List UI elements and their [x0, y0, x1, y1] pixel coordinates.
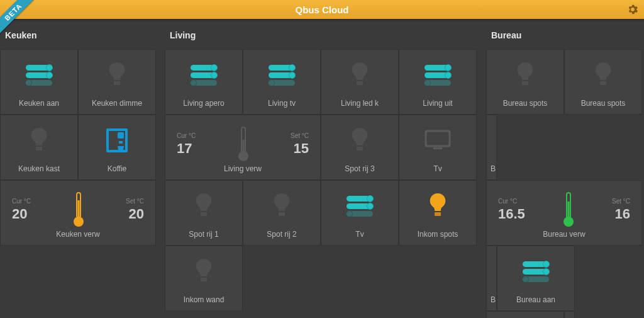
gear-icon[interactable] — [626, 3, 639, 16]
tile-living-apero[interactable]: Living apero — [165, 49, 243, 115]
tile-label: Keuken verw — [1, 230, 155, 239]
tile-bureau-spots-aan[interactable]: Bureau spots aan — [486, 311, 564, 318]
tile-living-led-k[interactable]: Living led k — [321, 49, 399, 115]
tile-label: Tv — [399, 164, 476, 173]
tile-bureau-partial-1[interactable]: B — [486, 115, 497, 180]
switches-icon — [321, 187, 398, 225]
tile-bureau-partial-3[interactable]: Bur — [564, 311, 575, 318]
tile-label: Bureau spots — [487, 99, 564, 108]
tile-label: Spot rij 3 — [321, 164, 398, 173]
svg-point-24 — [564, 217, 574, 227]
tv-icon — [424, 122, 452, 159]
tile-keuken-verw[interactable]: Cur °C 20 Set °C 20 Keuken verw — [0, 180, 156, 246]
tile-inkom-spots[interactable]: Inkom spots — [399, 180, 477, 246]
coffee-machine-icon — [103, 122, 131, 159]
tile-label: Tv — [321, 230, 398, 239]
tile-label: Spot rij 2 — [243, 230, 320, 239]
tile-living-tv[interactable]: Living tv — [243, 49, 321, 115]
switches-icon — [243, 56, 320, 94]
svg-rect-23 — [567, 202, 569, 218]
bulb-icon — [271, 187, 292, 225]
thermo-set: Set °C 16 — [612, 198, 630, 222]
thermo-cur: Cur °C 16.5 — [498, 198, 525, 222]
grid-bureau: Bureau spots Bureau spots B Cur °C 16.5 — [486, 49, 644, 318]
svg-point-8 — [74, 217, 84, 227]
svg-rect-20 — [522, 81, 528, 85]
content: Keuken Keuken aan Keuken dimme — [0, 19, 644, 318]
tile-label: B — [487, 164, 496, 173]
tile-spot-rij-1[interactable]: Spot rij 1 — [165, 180, 243, 246]
bulb-icon — [592, 56, 614, 94]
tile-label: Living led k — [321, 99, 398, 108]
tile-label: Koffie — [79, 164, 155, 173]
tile-bureau-spots-2[interactable]: Bureau spots — [564, 49, 642, 115]
column-keuken: Keuken Keuken aan Keuken dimme — [0, 19, 156, 318]
thermometer-icon — [231, 126, 256, 162]
tile-keuken-aan[interactable]: Keuken aan — [0, 49, 78, 115]
svg-rect-18 — [435, 212, 441, 216]
svg-rect-21 — [600, 81, 606, 85]
tile-living-verw[interactable]: Cur °C 17 Set °C 15 Living verw — [165, 115, 321, 180]
svg-rect-4 — [118, 132, 124, 139]
bulb-icon — [193, 187, 214, 225]
tile-label: Keuken aan — [1, 99, 77, 108]
tile-bureau-verw[interactable]: Cur °C 16.5 Set °C 16 Bureau verw — [486, 180, 642, 246]
thermo-cur: Cur °C 17 — [177, 132, 196, 157]
app-title: Qbus Cloud — [296, 4, 349, 15]
thermo-set: Set °C 15 — [291, 132, 309, 157]
switches-icon — [497, 253, 574, 290]
svg-rect-0 — [114, 81, 120, 85]
thermo-set: Set °C 20 — [126, 198, 144, 222]
tile-tv-monitor[interactable]: Tv — [399, 115, 477, 180]
tile-keuken-dimme[interactable]: Keuken dimme — [78, 49, 156, 115]
tile-spot-rij-2[interactable]: Spot rij 2 — [243, 180, 321, 246]
tile-label: Living uit — [399, 99, 476, 108]
tile-keuken-kast[interactable]: Keuken kast — [0, 115, 78, 180]
svg-rect-9 — [357, 81, 363, 85]
tile-spot-rij-3[interactable]: Spot rij 3 — [321, 115, 399, 180]
app-header: Qbus Cloud — [0, 0, 644, 19]
tile-label: B — [487, 295, 496, 304]
thermo-cur: Cur °C 20 — [12, 198, 31, 222]
column-title-bureau: Bureau — [486, 19, 644, 49]
tile-bureau-aan[interactable]: Bureau aan — [497, 246, 575, 311]
svg-rect-15 — [433, 147, 442, 149]
svg-rect-14 — [426, 131, 450, 146]
svg-rect-5 — [119, 141, 123, 144]
column-bureau: Bureau Bureau spots Bureau spots B Cur °… — [486, 19, 644, 318]
bulb-on-icon — [427, 187, 448, 225]
grid-living: Living apero Living tv Living led k Livi… — [165, 49, 477, 311]
switches-icon — [1, 56, 77, 94]
svg-rect-17 — [279, 212, 285, 216]
switches-icon — [165, 56, 242, 94]
tile-bureau-partial-2[interactable]: B — [486, 246, 497, 311]
switches-icon — [399, 56, 476, 94]
tile-label: Keuken kast — [1, 164, 77, 173]
bulb-icon — [349, 122, 370, 159]
column-title-living: Living — [165, 19, 477, 49]
bulb-icon — [514, 56, 536, 94]
thermometer-icon — [556, 191, 581, 228]
tile-label: Bureau verw — [487, 230, 641, 239]
tile-label: Bureau spots — [565, 99, 641, 108]
column-title-keuken: Keuken — [0, 19, 156, 49]
tile-koffie[interactable]: Koffie — [78, 115, 156, 180]
tile-bureau-spots-1[interactable]: Bureau spots — [486, 49, 564, 115]
svg-rect-13 — [357, 147, 363, 150]
grid-keuken: Keuken aan Keuken dimme Keuken kast Koff… — [0, 49, 156, 246]
bulb-icon — [28, 122, 50, 159]
tile-label: Living apero — [165, 99, 242, 108]
tile-label: Living verw — [165, 164, 320, 173]
tile-label: Keuken dimme — [79, 99, 155, 108]
bulb-icon — [106, 56, 128, 94]
svg-rect-1 — [36, 147, 42, 150]
tile-label: Inkom spots — [399, 230, 476, 239]
tile-living-uit[interactable]: Living uit — [399, 49, 477, 115]
tile-inkom-wand[interactable]: Inkom wand — [165, 246, 243, 311]
tile-tv-scene[interactable]: Tv — [321, 180, 399, 246]
bulb-icon — [193, 253, 214, 290]
svg-rect-19 — [201, 278, 207, 281]
tile-label: Spot rij 1 — [165, 230, 242, 239]
svg-point-12 — [238, 151, 248, 161]
bulb-icon — [349, 56, 370, 94]
